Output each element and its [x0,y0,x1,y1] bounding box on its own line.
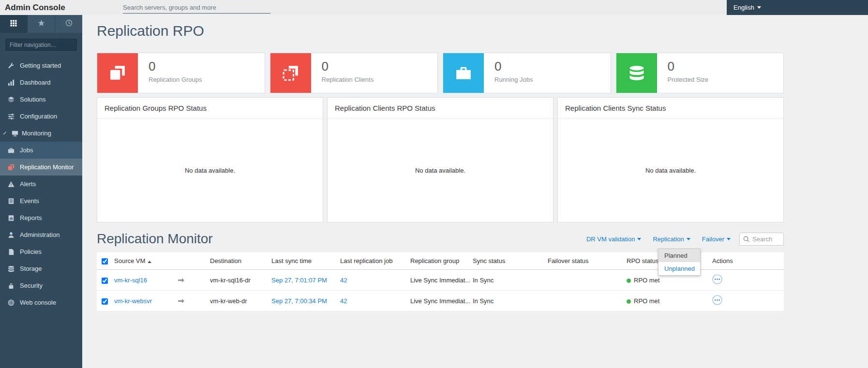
document-icon [7,249,15,255]
main-content: Replication RPO 0 Replication Groups 0 R… [82,15,868,368]
column-header-arrow [175,252,207,270]
stat-label: Replication Groups [149,76,202,83]
tab-recent[interactable] [55,15,82,33]
topbar: Admin Console English [0,0,868,15]
sidebar-item-label: Dashboard [20,79,51,86]
stat-label: Replication Clients [322,76,374,83]
sidebar-item-jobs[interactable]: Jobs [0,142,82,159]
lock-icon [7,282,15,289]
sidebar-item-label: Events [20,197,39,205]
table-search-input[interactable] [752,236,780,243]
tab-navigation[interactable] [0,15,28,33]
language-selector[interactable]: English [733,4,761,11]
sidebar-item-administration[interactable]: Administration [0,226,82,243]
last-sync-time-link[interactable]: Sep 27, 7:00:34 PM [271,297,327,305]
sidebar-item-label: Monitoring [22,130,51,137]
sidebar-item-label: Solutions [20,96,45,103]
clock-icon [65,19,73,29]
dr-vm-validation-menu-button[interactable]: DR VM validation [586,236,641,243]
stat-card-protected-size[interactable]: 0 Protected Size [616,53,784,93]
filter-navigation-input[interactable] [5,39,77,51]
sidebar-item-dashboard[interactable]: Dashboard [0,74,82,91]
last-sync-time-link[interactable]: Sep 27, 7:01:07 PM [271,277,327,284]
last-replication-job-link[interactable]: 42 [340,277,347,284]
arrow-right-icon [178,277,184,284]
sidebar-item-configuration[interactable]: Configuration [0,108,82,125]
column-header-sync-status[interactable]: Sync status [470,252,545,270]
stat-card-replication-groups[interactable]: 0 Replication Groups [97,53,265,93]
wrench-icon [7,62,15,69]
ellipsis-icon [712,295,722,305]
stat-card-replication-clients[interactable]: 0 Replication Clients [270,53,438,93]
last-replication-job-link[interactable]: 42 [340,297,347,305]
star-icon [38,19,45,29]
stat-card-running-jobs[interactable]: 0 Running Jobs [443,53,611,93]
sidebar-item-monitoring[interactable]: ✓ Monitoring [0,125,82,142]
panel-empty-text: No data available. [558,119,783,222]
sidebar-item-label: Policies [20,248,42,255]
database-icon [616,53,657,93]
column-header-last-replication-job[interactable]: Last replication job [337,252,407,270]
table-row: vm-kr-websvr vm-kr-web-dr Sep 27, 7:00:3… [97,291,784,311]
row-checkbox[interactable] [102,278,108,284]
select-all-checkbox[interactable] [102,258,108,265]
status-panels-row: Replication Groups RPO Status No data av… [97,97,784,222]
menu-label: Failover [702,236,724,243]
chevron-down-icon [687,238,690,240]
sidebar-item-web-console[interactable]: Web console [0,294,82,311]
sidebar-item-storage[interactable]: Storage [0,260,82,277]
source-vm-link[interactable]: vm-kr-websvr [114,297,152,305]
rpo-status-cell: RPO met [624,291,704,311]
column-header-destination[interactable]: Destination [207,252,269,270]
source-vm-link[interactable]: vm-kr-sql16 [114,277,147,284]
menu-item-planned[interactable]: Planned [658,249,700,262]
sidebar-item-label: Getting started [20,62,61,69]
sidebar-item-events[interactable]: Events [0,192,82,209]
column-header-last-sync-time[interactable]: Last sync time [269,252,337,270]
panel-replication-groups-rpo-status: Replication Groups RPO Status No data av… [97,97,323,222]
table-search [739,233,784,246]
failover-status-cell [545,270,624,291]
menu-label: DR VM validation [586,236,635,243]
chevron-down-icon [727,238,731,240]
replication-clients-icon [270,53,311,93]
row-actions-button[interactable] [712,274,722,284]
expanded-indicator-icon: ✓ [2,130,8,136]
menu-label: Replication [653,236,684,243]
column-header-failover-status[interactable]: Failover status [545,252,624,270]
arrow-right-icon [178,297,184,305]
menu-item-unplanned[interactable]: Unplanned [658,262,700,275]
sidebar-item-label: Configuration [20,113,57,120]
tab-favorites[interactable] [28,15,55,33]
sidebar-item-solutions[interactable]: Solutions [0,91,82,108]
sidebar-item-alerts[interactable]: Alerts [0,176,82,192]
destination-cell: vm-kr-sql16-dr [207,270,269,291]
row-checkbox[interactable] [102,298,108,305]
column-label: Source VM [114,257,145,265]
database-icon [7,265,15,272]
failover-menu-button[interactable]: Failover [702,236,731,243]
replication-group-cell: Live Sync Immediat... [407,291,470,311]
sync-status-cell: In Sync [470,270,545,291]
replication-groups-icon [97,53,138,93]
column-header-replication-group[interactable]: Replication group [407,252,470,270]
sidebar: Getting started Dashboard Solutions Conf… [0,15,82,368]
sidebar-item-getting-started[interactable]: Getting started [0,57,82,74]
chevron-down-icon [757,6,761,9]
global-search-input[interactable] [123,2,270,14]
monitor-icon [11,130,19,137]
sidebar-item-reports[interactable]: Reports [0,209,82,226]
column-header-source-vm[interactable]: Source VM [111,252,175,270]
sidebar-item-replication-monitor[interactable]: Replication Monitor [0,159,82,176]
row-actions-button[interactable] [712,295,722,305]
chevron-down-icon [637,238,641,240]
sidebar-item-security[interactable]: Security [0,277,82,294]
panel-title: Replication Clients Sync Status [558,98,783,119]
stat-cards-row: 0 Replication Groups 0 Replication Clien… [97,53,784,93]
sidebar-item-policies[interactable]: Policies [0,243,82,260]
panel-replication-clients-rpo-status: Replication Clients RPO Status No data a… [327,97,554,222]
replication-group-cell: Live Sync Immediat... [407,270,470,291]
replication-menu-button[interactable]: Replication [653,236,690,243]
status-dot-icon [627,279,631,283]
copy-icon [7,164,15,171]
